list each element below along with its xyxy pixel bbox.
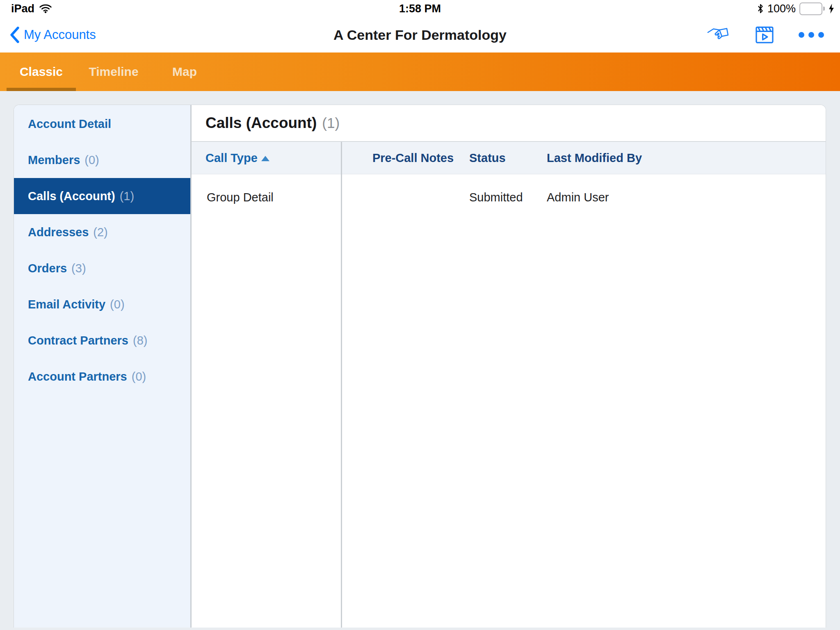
sidebar-item-count: (1) [120, 189, 134, 203]
more-ellipsis-icon[interactable] [801, 24, 822, 46]
sidebar-item-label: Email Activity [28, 298, 105, 311]
column-header-label: Last Modified By [547, 151, 642, 165]
section-title-label: Calls (Account) [205, 114, 317, 132]
sidebar-item-count: (2) [93, 226, 107, 239]
battery-percent-label: 100% [767, 2, 796, 15]
sidebar-item-label: Addresses [28, 226, 89, 239]
content-panel: Account Detail Members (0) Calls (Accoun… [14, 105, 826, 628]
sidebar-item-count: (3) [71, 262, 86, 275]
section-title: Calls (Account) (1) [192, 105, 826, 142]
tab-map[interactable]: Map [151, 52, 218, 91]
sidebar-item-label: Contract Partners [28, 334, 128, 347]
tab-classic[interactable]: Classic [7, 52, 76, 91]
sidebar-item-members[interactable]: Members (0) [14, 142, 190, 178]
status-bar: iPad 1:58 PM 100% [0, 0, 840, 17]
tab-timeline[interactable]: Timeline [88, 52, 139, 91]
cell-call-type: Group Detail [207, 174, 274, 220]
sidebar-item-label: Orders [28, 262, 67, 275]
sidebar-item-label: Account Partners [28, 370, 127, 383]
column-header-last-modified-by[interactable]: Last Modified By [547, 142, 642, 174]
sidebar-item-addresses[interactable]: Addresses (2) [14, 214, 190, 250]
table-header-row: Call Type Pre-Call Notes Status Last Mod… [192, 142, 826, 174]
related-lists-sidebar: Account Detail Members (0) Calls (Accoun… [14, 105, 192, 628]
media-clapper-icon[interactable] [754, 24, 775, 46]
sidebar-item-count: (0) [110, 298, 124, 311]
view-tab-bar: Classic Timeline Map [0, 52, 840, 91]
sidebar-item-account-partners[interactable]: Account Partners (0) [14, 358, 190, 395]
battery-icon [799, 2, 825, 15]
sidebar-item-count: (0) [132, 370, 146, 383]
bluetooth-icon [757, 3, 764, 14]
nav-bar: My Accounts A Center For Dermatology [0, 17, 840, 52]
sidebar-item-orders[interactable]: Orders (3) [14, 250, 190, 286]
app-screen: iPad 1:58 PM 100% [0, 0, 840, 630]
column-header-pre-call-notes[interactable]: Pre-Call Notes [372, 142, 454, 174]
sidebar-item-label: Members [28, 153, 80, 167]
column-header-call-type[interactable]: Call Type [205, 142, 269, 174]
column-header-label: Status [469, 151, 506, 165]
cell-status: Submitted [469, 174, 523, 220]
tab-map-label: Map [172, 65, 197, 79]
column-header-label: Call Type [205, 151, 258, 165]
sidebar-item-contract-partners[interactable]: Contract Partners (8) [14, 322, 190, 358]
sidebar-item-count: (8) [133, 334, 147, 347]
sidebar-item-count: (0) [84, 153, 99, 167]
column-header-status[interactable]: Status [469, 142, 506, 174]
section-record-count: (1) [322, 115, 340, 131]
charging-bolt-icon [829, 3, 834, 14]
sidebar-item-label: Calls (Account) [28, 189, 115, 203]
active-tab-underline [7, 88, 76, 91]
clock-label: 1:58 PM [0, 0, 840, 17]
tab-classic-label: Classic [20, 65, 63, 79]
sidebar-item-email-activity[interactable]: Email Activity (0) [14, 286, 190, 322]
sidebar-item-label: Account Detail [28, 117, 111, 131]
sort-ascending-icon [261, 156, 269, 161]
sidebar-item-calls-account[interactable]: Calls (Account) (1) [14, 178, 190, 214]
sidebar-item-account-detail[interactable]: Account Detail [14, 106, 190, 142]
calls-list-panel: Calls (Account) (1) Call Type Pre-Call N… [192, 105, 826, 628]
column-header-label: Pre-Call Notes [372, 151, 454, 165]
cell-last-modified-by: Admin User [547, 174, 609, 220]
handshake-icon[interactable] [707, 24, 728, 46]
table-row[interactable]: Group Detail Submitted Admin User [192, 174, 826, 220]
tab-timeline-label: Timeline [89, 65, 138, 79]
